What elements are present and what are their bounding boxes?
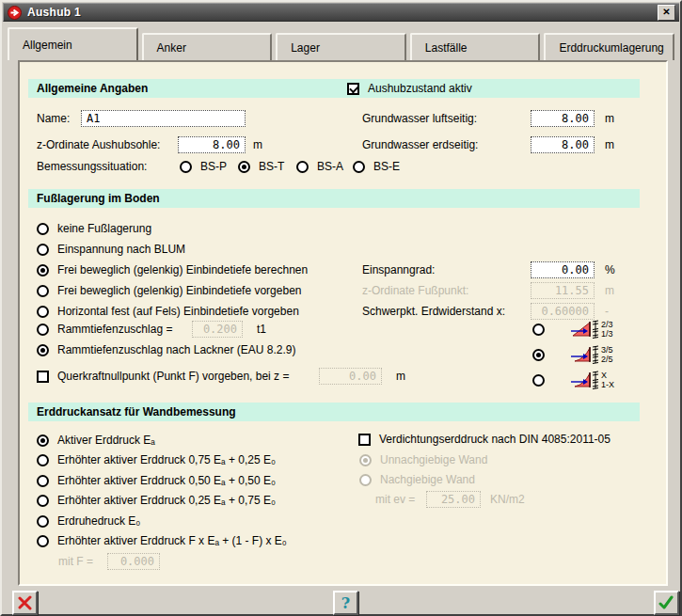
radio-icon[interactable] — [37, 535, 49, 547]
section-header-allgemeine-angaben: Allgemeine Angaben Aushubzustand aktiv — [28, 79, 640, 98]
radio-icon[interactable] — [296, 161, 309, 173]
radio-einspannung-blum[interactable]: Einspannung nach BLUM — [37, 240, 185, 259]
fraction-top: 3/5 — [601, 345, 613, 355]
fraction-top: X — [601, 371, 614, 380]
radio-icon[interactable] — [238, 161, 250, 173]
radio-icon[interactable] — [37, 495, 49, 507]
radio-icon[interactable] — [180, 161, 192, 173]
einspanngrad-label: Einspanngrad: — [362, 261, 435, 279]
tab-anker[interactable]: Anker — [142, 33, 273, 60]
einspanngrad-input[interactable]: 0.00 — [531, 261, 595, 278]
radio-icon[interactable] — [37, 324, 49, 336]
radio-nachgiebige-wand: Nachgiebige Wand — [359, 470, 475, 489]
checkbox-box[interactable] — [358, 434, 371, 446]
radio-bs-p[interactable]: BS-P — [180, 157, 227, 176]
cancel-x-icon — [18, 595, 33, 610]
fusspunkt-input: 11.55 — [531, 282, 595, 299]
checkbox-box[interactable] — [347, 83, 359, 95]
tab-lastfaelle[interactable]: Lastfälle — [410, 33, 541, 60]
window-title: Aushub 1 — [27, 6, 81, 19]
radio-verteilung-x[interactable]: X 1-X — [532, 369, 614, 391]
section-header-erddruckansatz: Erddruckansatz für Wandbemessung — [28, 403, 640, 421]
radio-icon[interactable] — [532, 374, 545, 387]
radio-icon[interactable] — [37, 223, 49, 235]
z-sohle-input[interactable]: 8.00 — [178, 136, 246, 153]
radio-icon[interactable] — [37, 344, 49, 356]
pressure-curve-icon — [571, 344, 599, 365]
radio-einbindetiefe-vorgeben[interactable]: Frei beweglich (gelenkig) Einbindetiefe … — [37, 281, 302, 300]
radio-icon — [359, 474, 372, 486]
help-button[interactable]: ? — [333, 591, 358, 615]
tab-lager[interactable]: Lager — [276, 33, 406, 60]
radio-verteilung-2-3[interactable]: 2/3 1/3 — [532, 318, 613, 340]
radio-icon[interactable] — [37, 515, 49, 528]
gw-erd-label: Grundwasser erdseitig: — [362, 135, 478, 154]
gw-luft-input[interactable]: 8.00 — [531, 110, 595, 127]
main-panel: Allgemeine Angaben Aushubzustand aktiv N… — [18, 60, 668, 586]
radio-verteilung-3-5[interactable]: 3/5 2/5 — [532, 343, 613, 366]
querkraftnullpunkt-input: 0.00 — [319, 368, 382, 385]
pressure-curve-icon — [571, 370, 599, 390]
z-sohle-label: z-Ordinate Aushubsohle: — [37, 135, 160, 154]
fraction-bottom: 1-X — [601, 380, 614, 389]
section-title: Fußlagerung im Boden — [28, 192, 160, 205]
name-label: Name: — [37, 112, 70, 125]
querkraftnullpunkt-checkbox[interactable]: Querkraftnullpunkt (Punkt F) vorgeben, b… — [37, 367, 289, 386]
section-header-fusslagerung: Fußlagerung im Boden — [28, 189, 640, 208]
ok-button[interactable] — [654, 591, 679, 615]
mitev-unit: KN/m2 — [490, 490, 525, 509]
mitf-label: mit F = — [58, 552, 93, 571]
radio-erhoeht-050[interactable]: Erhöhter aktiver Erddruck 0,50 Eₐ + 0,50… — [37, 471, 276, 490]
tab-allgemein[interactable]: Allgemein — [8, 27, 138, 60]
radio-erdruhedruck[interactable]: Erdruhedruck E₀ — [37, 512, 140, 530]
radio-icon[interactable] — [37, 306, 49, 318]
verdichtungserddruck-checkbox[interactable]: Verdichtungserddruck nach DIN 4085:2011-… — [358, 430, 611, 449]
radio-icon[interactable] — [37, 454, 49, 466]
radio-bs-a[interactable]: BS-A — [296, 157, 343, 176]
fusspunkt-unit: m — [605, 281, 614, 300]
radio-rammtiefenzuschlag[interactable]: Rammtiefenzuschlag = — [37, 320, 172, 339]
tab-erddruckumlagerung[interactable]: Erddruckumlagerung — [544, 33, 674, 60]
close-icon: ✕ — [662, 8, 670, 17]
fusspunkt-label: z-Ordinate Fußpunkt: — [362, 281, 468, 300]
bemessungssituation-label: Bemessungssituation: — [37, 157, 147, 176]
schwerpkt-label: Schwerpkt. Erdwiderstand x: — [362, 302, 505, 321]
radio-keine-fusslagerung[interactable]: keine Fußlagerung — [37, 219, 151, 238]
pressure-triangle-icon — [571, 319, 599, 340]
radio-erhoeht-f[interactable]: Erhöhter aktiver Erddruck F x Eₐ + (1 - … — [37, 531, 287, 550]
radio-icon[interactable] — [37, 434, 49, 447]
radio-icon[interactable] — [532, 324, 545, 336]
mitev-label: mit ev = — [375, 490, 415, 509]
radio-bs-e[interactable]: BS-E — [353, 157, 400, 176]
close-button[interactable]: ✕ — [658, 5, 675, 21]
radio-icon[interactable] — [37, 264, 49, 276]
radio-bs-t[interactable]: BS-T — [238, 157, 284, 176]
mitf-input: 0.000 — [107, 553, 160, 570]
name-input[interactable]: A1 — [81, 110, 246, 127]
radio-lackner[interactable]: Rammtiefenzuschlag nach Lackner (EAU 8.2… — [37, 340, 295, 359]
radio-horizontal-fest[interactable]: Horizontal fest (auf Fels) Einbindetiefe… — [37, 302, 299, 321]
checkbox-box[interactable] — [37, 371, 49, 383]
name-row: Name: — [37, 109, 70, 128]
cancel-button[interactable] — [12, 591, 38, 615]
section-title: Allgemeine Angaben — [28, 82, 148, 95]
gw-erd-input[interactable]: 8.00 — [531, 136, 595, 153]
fraction-bottom: 2/5 — [601, 355, 613, 364]
gw-luft-unit: m — [605, 109, 614, 128]
radio-icon[interactable] — [532, 349, 545, 361]
dialog-window: Aushub 1 ✕ Allgemein Anker Lager Lastfäl… — [0, 0, 682, 616]
aushubzustand-aktiv-checkbox[interactable]: Aushubzustand aktiv — [347, 82, 472, 95]
mitev-input: 25.00 — [426, 491, 481, 508]
radio-icon[interactable] — [353, 161, 365, 173]
rammtiefenzuschlag-input: 0.200 — [192, 321, 243, 338]
radio-erhoeht-075[interactable]: Erhöhter aktiver Erddruck 0,75 Eₐ + 0,25… — [37, 450, 276, 469]
einspanngrad-unit: % — [605, 261, 615, 279]
radio-icon[interactable] — [37, 244, 49, 256]
help-question-icon: ? — [341, 594, 350, 612]
radio-icon[interactable] — [37, 475, 49, 487]
radio-aktiver-erddruck[interactable]: Aktiver Erddruck Eₐ — [37, 431, 155, 450]
tab-bar: Allgemein Anker Lager Lastfälle Erddruck… — [8, 26, 674, 60]
radio-einbindetiefe-berechnen[interactable]: Frei beweglich (gelenkig) Einbindetiefe … — [37, 261, 308, 279]
radio-icon[interactable] — [37, 285, 49, 297]
radio-erhoeht-025[interactable]: Erhöhter aktiver Erddruck 0,25 Eₐ + 0,75… — [37, 491, 276, 510]
